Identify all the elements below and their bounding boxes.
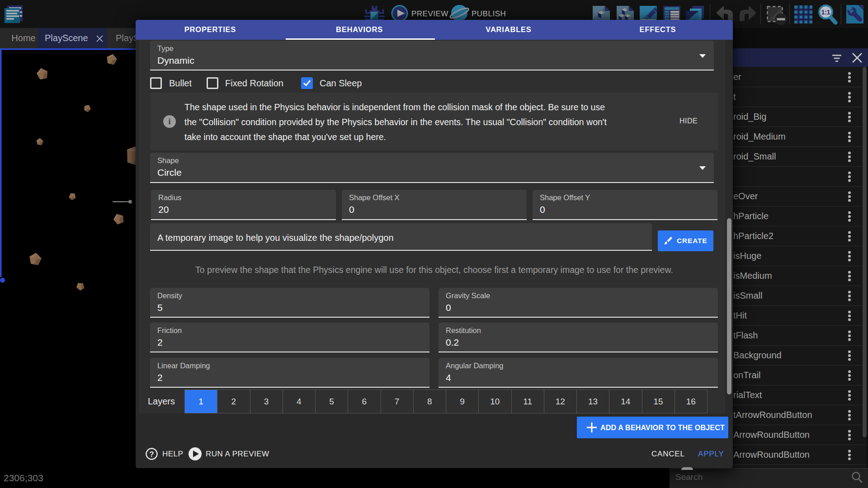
svg-text:?: ? [149,450,154,459]
svg-text:1:1: 1:1 [821,9,830,16]
svg-text:PREVIEW: PREVIEW [411,9,448,18]
svg-text:PUBLISH: PUBLISH [472,9,506,18]
